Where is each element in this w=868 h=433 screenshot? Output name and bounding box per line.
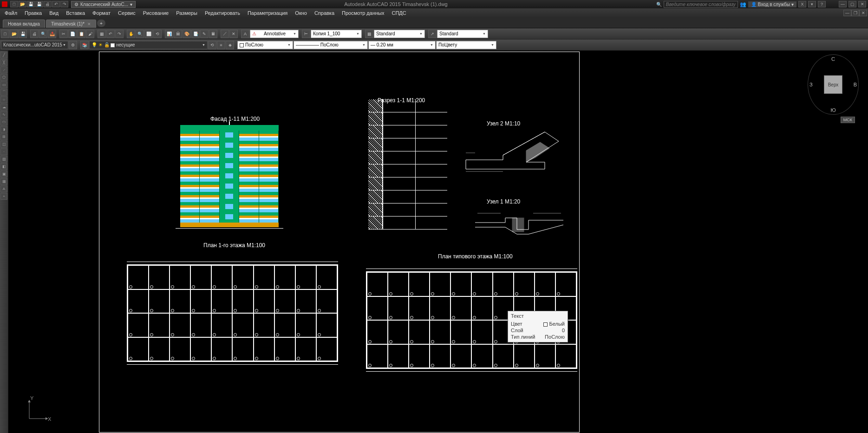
close-icon[interactable]: ✕: [87, 22, 91, 26]
sheetset-icon[interactable]: 📑: [191, 30, 200, 38]
search-input[interactable]: [664, 1, 738, 8]
mleader-dropdown[interactable]: Standard▼: [437, 30, 488, 38]
infocenter-icon[interactable]: 👥: [740, 1, 746, 7]
polygon-tool-icon[interactable]: ⬠: [0, 74, 7, 81]
workspace-dropdown[interactable]: ⚙ Классический AutoC... ▾: [71, 1, 136, 8]
menu-parametric[interactable]: Параметризация: [244, 9, 291, 17]
doc-restore-button[interactable]: ❐: [851, 10, 859, 16]
wssettings-icon[interactable]: ⚙: [69, 41, 77, 49]
quickcalc-icon[interactable]: 🖩: [209, 30, 217, 38]
annoscale-dropdown[interactable]: ⚠Annotative▼: [250, 30, 299, 38]
tab-document[interactable]: Timashevsk (1)* ✕: [46, 20, 96, 28]
magnify-icon[interactable]: 🔍: [656, 2, 662, 7]
publish-icon[interactable]: 📤: [48, 30, 56, 38]
zoom-win-icon[interactable]: ⬜: [144, 30, 153, 38]
hatch-tool-icon[interactable]: ▨: [0, 156, 7, 163]
xline-icon[interactable]: ✕: [229, 30, 238, 38]
add-tab-button[interactable]: +: [97, 20, 105, 27]
table-tool-icon[interactable]: ▦: [0, 178, 7, 185]
blockeditor-icon[interactable]: ▦: [98, 30, 106, 38]
copy-icon[interactable]: 📄: [68, 30, 77, 38]
block-tool-icon[interactable]: ◫: [0, 141, 7, 148]
compass-south[interactable]: Ю: [830, 107, 835, 113]
wcs-label[interactable]: МСК: [841, 117, 855, 123]
zoom-rt-icon[interactable]: 🔍: [136, 30, 144, 38]
menu-insert[interactable]: Вставка: [62, 9, 89, 17]
preview-icon[interactable]: 🔍: [39, 30, 47, 38]
menu-tools[interactable]: Сервис: [114, 9, 139, 17]
workspace2-dropdown[interactable]: Классически...utoCAD 2015▼: [1, 41, 68, 49]
properties-icon[interactable]: 📊: [165, 30, 173, 38]
signin-button[interactable]: 👤 Вход в службы ▾: [748, 1, 796, 7]
qat-saveas-icon[interactable]: 💾: [35, 1, 43, 7]
drawing-canvas[interactable]: Фасад 1-11 М1:200 Разрез 1-1 М1:200 Узел…: [8, 51, 868, 433]
zoom-prev-icon[interactable]: ⟲: [153, 30, 162, 38]
mleaderstyle-icon[interactable]: ↗: [428, 30, 437, 38]
pline-tool-icon[interactable]: ⟋: [0, 66, 7, 73]
tab-new[interactable]: Новая вкладка: [3, 20, 45, 28]
menu-modify[interactable]: Редактировать: [201, 9, 244, 17]
qat-undo-icon[interactable]: ↶: [52, 1, 60, 7]
toolpalette-icon[interactable]: 🎨: [183, 30, 191, 38]
undo-icon[interactable]: ↶: [106, 30, 115, 38]
qat-open-icon[interactable]: 📂: [19, 1, 26, 7]
xline-tool-icon[interactable]: ╳: [0, 59, 7, 66]
menu-format[interactable]: Формат: [89, 9, 114, 17]
point-tool-icon[interactable]: ·: [0, 148, 7, 155]
qat-plot-icon[interactable]: 🖨: [44, 1, 52, 7]
compass-north[interactable]: С: [831, 56, 835, 62]
ellipsearc-tool-icon[interactable]: ◗: [0, 126, 7, 133]
new-icon[interactable]: □: [1, 30, 9, 38]
spline-tool-icon[interactable]: ∿: [0, 111, 7, 118]
menu-dimension[interactable]: Размеры: [172, 9, 201, 17]
ellipse-tool-icon[interactable]: ⬭: [0, 118, 7, 125]
maximize-button[interactable]: ▢: [848, 1, 856, 7]
open-icon[interactable]: 📂: [10, 30, 18, 38]
doc-minimize-button[interactable]: —: [843, 10, 851, 16]
matchprop-icon[interactable]: 🖌: [86, 30, 94, 38]
layermanager-icon[interactable]: 📚: [80, 41, 89, 49]
lineweight-dropdown[interactable]: — 0.20 мм▼: [368, 41, 436, 49]
cut-icon[interactable]: ✂: [59, 30, 68, 38]
layerstate-icon[interactable]: ≡: [217, 41, 225, 49]
plotstyle-dropdown[interactable]: ПоЦвету▼: [436, 41, 496, 49]
menu-spds[interactable]: СПДС: [388, 9, 410, 17]
redo-icon[interactable]: ↷: [115, 30, 124, 38]
color-dropdown[interactable]: ПоСлою▼: [237, 41, 293, 49]
layerprev-icon[interactable]: ⟲: [208, 41, 216, 49]
tablestyle-dropdown[interactable]: Standard▼: [374, 30, 425, 38]
textstyle-icon[interactable]: A: [241, 30, 249, 38]
menu-databrowse[interactable]: Просмотр данных: [338, 9, 388, 17]
menu-view[interactable]: Вид: [46, 9, 62, 17]
dimstyle-icon[interactable]: ⊢: [302, 30, 310, 38]
designcenter-icon[interactable]: 🏛: [174, 30, 182, 38]
qat-redo-icon[interactable]: ↷: [60, 1, 68, 7]
line-icon[interactable]: ／: [221, 30, 229, 38]
qat-new-icon[interactable]: □: [10, 1, 18, 7]
revcloud-tool-icon[interactable]: ☁: [0, 104, 7, 111]
layeriso-icon[interactable]: ◈: [226, 41, 234, 49]
viewcube[interactable]: Верх С Ю З В: [808, 54, 859, 115]
region-tool-icon[interactable]: ▣: [0, 171, 7, 177]
close-button[interactable]: ✕: [858, 1, 866, 7]
insert-tool-icon[interactable]: ⊞: [0, 133, 7, 140]
doc-close-button[interactable]: ✕: [859, 10, 867, 16]
mtext-tool-icon[interactable]: A: [0, 185, 7, 192]
minimize-button[interactable]: —: [839, 1, 847, 7]
help-icon[interactable]: ?: [818, 1, 826, 7]
exchange-icon[interactable]: X: [798, 1, 806, 7]
app-logo-icon[interactable]: [2, 1, 7, 7]
paste-icon[interactable]: 📋: [77, 30, 85, 38]
menu-file[interactable]: Файл: [1, 9, 21, 17]
plot-icon[interactable]: 🖨: [30, 30, 39, 38]
arc-tool-icon[interactable]: ⌒: [0, 89, 7, 96]
linetype-dropdown[interactable]: ————— ПоСлою▼: [294, 41, 368, 49]
gradient-tool-icon[interactable]: ◧: [0, 163, 7, 170]
markup-icon[interactable]: ✎: [200, 30, 209, 38]
save-icon[interactable]: 💾: [19, 30, 27, 38]
compass-east[interactable]: В: [854, 82, 857, 87]
circle-tool-icon[interactable]: ○: [0, 96, 7, 103]
addselected-tool-icon[interactable]: +: [0, 193, 7, 200]
rect-tool-icon[interactable]: ▭: [0, 81, 7, 88]
layer-dropdown[interactable]: 💡 ☀ 🔓 несущие ▼: [89, 41, 208, 49]
